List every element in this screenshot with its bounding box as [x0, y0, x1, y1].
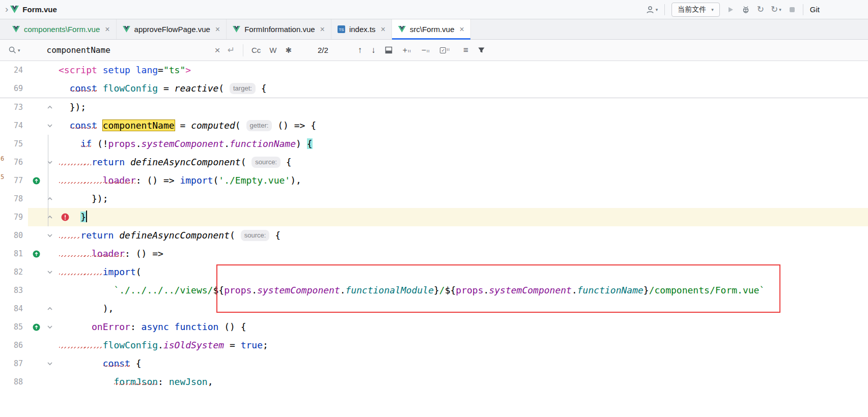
- fold-column: [45, 300, 59, 318]
- code-line[interactable]: });: [59, 98, 868, 116]
- gutter-icon-column: [28, 79, 45, 98]
- code-line[interactable]: });: [59, 190, 868, 208]
- code-line[interactable]: const flowConfig = reactive( target: {: [59, 79, 868, 98]
- fold-open-icon[interactable]: [47, 123, 53, 129]
- previous-match-icon[interactable]: ↑: [358, 45, 362, 55]
- regex-toggle[interactable]: ✱: [285, 46, 292, 55]
- search-input[interactable]: componentName: [47, 45, 215, 55]
- code-line[interactable]: loader: () => import('./Empty.vue'),: [59, 171, 868, 190]
- git-menu-label[interactable]: Git: [810, 5, 820, 14]
- tab-close-icon[interactable]: ×: [105, 25, 109, 34]
- run-configuration-selector[interactable]: 当前文件 ▾: [671, 3, 720, 17]
- code-line[interactable]: if (!props.systemComponent.functionName)…: [59, 135, 868, 153]
- code-line[interactable]: onError: async function () {: [59, 318, 868, 336]
- line-number[interactable]: 85: [0, 318, 28, 336]
- code-line[interactable]: loader: () =>: [59, 245, 868, 263]
- code-line[interactable]: <script setup lang="ts">: [59, 61, 868, 79]
- line-number[interactable]: 88: [0, 373, 28, 391]
- fold-open-icon[interactable]: [47, 324, 53, 330]
- line-number[interactable]: 80: [0, 226, 28, 245]
- code-line[interactable]: }: [59, 208, 868, 226]
- line-number[interactable]: 79: [0, 208, 28, 226]
- fold-end-icon[interactable]: [47, 306, 53, 312]
- add-occurrence-icon[interactable]: +II: [403, 46, 411, 55]
- fold-open-icon[interactable]: [47, 361, 53, 367]
- run-button[interactable]: [726, 6, 735, 14]
- gutter-icon-column: [28, 171, 45, 190]
- user-account-icon[interactable]: ▾: [646, 6, 658, 14]
- tab-close-icon[interactable]: ×: [459, 25, 464, 34]
- line-number[interactable]: 69: [0, 79, 28, 98]
- line-number[interactable]: 78: [0, 190, 28, 208]
- fold-open-icon[interactable]: [47, 232, 53, 239]
- edge-mark: 5: [1, 173, 4, 181]
- code-line[interactable]: const componentName = computed( getter: …: [59, 116, 868, 135]
- line-number[interactable]: 75: [0, 135, 28, 153]
- search-icon[interactable]: ▾: [8, 46, 20, 54]
- code-line[interactable]: return defineAsyncComponent( source: {: [59, 153, 868, 171]
- gutter-navigate-up-icon[interactable]: [33, 323, 40, 331]
- code-line[interactable]: flowConfig.isOldSystem = true;: [59, 336, 868, 354]
- code-line[interactable]: ),: [59, 300, 868, 318]
- code-editor[interactable]: 24<script setup lang="ts">69 const flowC…: [0, 61, 868, 417]
- line-number[interactable]: 84: [0, 300, 28, 318]
- debug-button[interactable]: [741, 5, 750, 14]
- run-configuration-caret-icon: ▾: [711, 7, 714, 12]
- line-number[interactable]: 24: [0, 61, 28, 79]
- line-number[interactable]: 86: [0, 336, 28, 354]
- next-match-icon[interactable]: ↓: [371, 45, 376, 55]
- select-all-occurrences-icon[interactable]: ✓II: [440, 47, 450, 53]
- line-number[interactable]: 73: [0, 98, 28, 116]
- filter-funnel-icon[interactable]: [478, 46, 485, 54]
- fold-column: [45, 226, 59, 245]
- line-number[interactable]: 83: [0, 281, 28, 300]
- fold-column: [45, 61, 59, 79]
- code-line[interactable]: return defineAsyncComponent( source: {: [59, 226, 868, 245]
- fold-open-icon[interactable]: [47, 269, 53, 275]
- gutter-navigate-up-icon[interactable]: [33, 250, 40, 258]
- line-number[interactable]: 77: [0, 171, 28, 190]
- update-project-icon[interactable]: ↻: [757, 4, 764, 15]
- code-line[interactable]: formJson: newJson,: [59, 373, 868, 391]
- tab-label: approveFlowPage.vue: [134, 25, 210, 34]
- fold-end-icon[interactable]: [47, 104, 53, 110]
- tab-approveflowpage-vue[interactable]: approveFlowPage.vue×: [117, 19, 227, 39]
- line-number[interactable]: 76: [0, 153, 28, 171]
- gutter-icon-column: [28, 135, 45, 153]
- code-line[interactable]: const {: [59, 354, 868, 373]
- editor-row: 69 const flowConfig = reactive( target: …: [0, 79, 868, 98]
- tab-close-icon[interactable]: ×: [320, 25, 325, 34]
- tab-label: src\Form.vue: [410, 25, 455, 34]
- error-icon[interactable]: [61, 213, 69, 221]
- fold-column: [45, 373, 59, 391]
- clear-search-icon[interactable]: ×: [215, 45, 220, 56]
- line-number[interactable]: 81: [0, 245, 28, 263]
- rerun-menu-icon[interactable]: ↻ ▾: [771, 4, 781, 15]
- tab-index-ts[interactable]: TSindex.ts×: [331, 19, 392, 39]
- code-line[interactable]: `./../../../views/${props.systemComponen…: [59, 281, 868, 300]
- line-number[interactable]: 82: [0, 263, 28, 281]
- editor-row: 77 loader: () => import('./Empty.vue'),: [0, 171, 868, 190]
- match-case-toggle[interactable]: Cc: [251, 46, 261, 54]
- code-line[interactable]: import(: [59, 263, 868, 281]
- tab-label: components\Form.vue: [24, 25, 100, 34]
- stop-button[interactable]: [788, 6, 796, 14]
- tab-close-icon[interactable]: ×: [381, 25, 385, 34]
- tab-close-icon[interactable]: ×: [215, 25, 220, 34]
- title-bar: › Form.vue ▾ 当前文件 ▾ ↻ ↻ ▾ Git: [0, 0, 868, 19]
- gutter-navigate-up-icon[interactable]: [33, 177, 40, 185]
- line-number[interactable]: 74: [0, 116, 28, 135]
- remove-occurrence-icon[interactable]: −II: [422, 46, 430, 55]
- fold-column: [45, 98, 59, 116]
- whole-words-toggle[interactable]: W: [269, 46, 276, 54]
- tab-forminformation-vue[interactable]: FormInformation.vue×: [227, 19, 331, 39]
- newline-icon[interactable]: ↵: [228, 45, 235, 55]
- line-number[interactable]: 87: [0, 354, 28, 373]
- tab-label: FormInformation.vue: [244, 25, 315, 34]
- tab-components-form-vue[interactable]: components\Form.vue×: [6, 19, 117, 39]
- filter-lines-icon[interactable]: ≡: [463, 45, 468, 55]
- nav-back-chevron-icon[interactable]: ›: [5, 4, 8, 15]
- tab-src-form-vue[interactable]: src\Form.vue×: [392, 19, 471, 39]
- editor-row: 81 loader: () =>: [0, 245, 868, 263]
- open-in-tool-window-icon[interactable]: [385, 46, 393, 54]
